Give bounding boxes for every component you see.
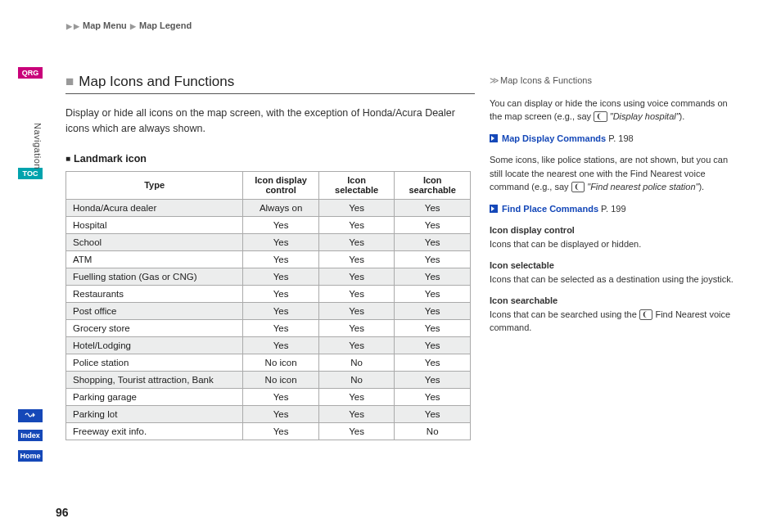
cell-searchable: Yes: [395, 285, 471, 302]
cell-display: No icon: [243, 354, 319, 371]
cell-selectable: Yes: [318, 388, 395, 405]
table-row: Police stationNo iconNoYes: [66, 354, 471, 371]
term-label: Icon selectable: [490, 259, 735, 273]
cell-selectable: Yes: [318, 268, 395, 285]
cell-type: Freeway exit info.: [66, 422, 243, 440]
table-row: Freeway exit info.YesYesNo: [66, 422, 471, 440]
table-row: HospitalYesYesYes: [66, 216, 471, 233]
cell-display: No icon: [243, 371, 319, 388]
cell-searchable: Yes: [395, 405, 471, 422]
cell-type: Restaurants: [66, 285, 243, 302]
cell-searchable: Yes: [395, 233, 471, 250]
tab-home[interactable]: Home: [18, 450, 43, 462]
cell-selectable: Yes: [318, 319, 395, 336]
aside-title-text: Map Icons & Functions: [500, 75, 592, 85]
cell-type: Fuelling station (Gas or CNG): [66, 268, 243, 285]
voice-command-icon: ❨: [639, 309, 653, 320]
cell-searchable: Yes: [395, 319, 471, 336]
cell-type: Shopping, Tourist attraction, Bank: [66, 371, 243, 388]
aside-definition: Icon display control Icons that can be d…: [490, 223, 735, 250]
breadcrumb-item[interactable]: Map Menu: [83, 20, 127, 30]
cell-selectable: No: [318, 354, 395, 371]
cell-selectable: Yes: [318, 233, 395, 250]
tab-qrg[interactable]: QRG: [18, 67, 43, 79]
table-row: Parking lotYesYesYes: [66, 405, 471, 422]
page-title-text: Map Icons and Functions: [79, 74, 234, 89]
table-row: Fuelling station (Gas or CNG)YesYesYes: [66, 268, 471, 285]
aside-crosslink[interactable]: Find Place Commands P. 199: [490, 202, 735, 216]
table-row: Grocery storeYesYesYes: [66, 319, 471, 336]
cell-type: Grocery store: [66, 319, 243, 336]
cell-display: Yes: [243, 285, 319, 302]
subheading-landmark: ■Landmark icon: [65, 153, 475, 165]
cell-display: Yes: [243, 405, 319, 422]
breadcrumb-arrow-icon: ▶: [74, 22, 79, 30]
cell-type: Parking garage: [66, 388, 243, 405]
tab-voice-icon[interactable]: [18, 409, 43, 422]
aside-title: ≫ Map Icons & Functions: [490, 74, 735, 88]
cell-selectable: Yes: [318, 216, 395, 233]
table-row: Honda/Acura dealerAlways onYesYes: [66, 199, 471, 216]
cell-selectable: Yes: [318, 250, 395, 268]
table-row: Shopping, Tourist attraction, BankNo ico…: [66, 371, 471, 388]
cell-display: Yes: [243, 216, 319, 233]
link-arrow-icon: [490, 205, 498, 213]
voice-command-icon: ❨: [571, 182, 585, 192]
cell-display: Yes: [243, 233, 319, 250]
table-row: Post officeYesYesYes: [66, 302, 471, 319]
cell-selectable: Yes: [318, 422, 395, 440]
cell-display: Always on: [243, 199, 319, 216]
link-find-place-commands[interactable]: Find Place Commands: [502, 204, 598, 214]
cell-display: Yes: [243, 250, 319, 268]
title-marker-icon: ■: [65, 74, 74, 89]
aside-definition: Icon searchable Icons that can be search…: [490, 294, 735, 335]
table-row: RestaurantsYesYesYes: [66, 285, 471, 302]
term-label: Icon display control: [490, 223, 735, 237]
term-desc: Icons that can be searched using the: [490, 309, 639, 319]
link-arrow-icon: [490, 134, 498, 142]
tab-toc[interactable]: TOC: [18, 168, 43, 179]
cell-searchable: Yes: [395, 371, 471, 388]
cell-searchable: Yes: [395, 388, 471, 405]
breadcrumb: ▶▶ Map Menu ▶ Map Legend: [65, 20, 192, 30]
cell-type: ATM: [66, 250, 243, 268]
aside-crosslink[interactable]: Map Display Commands P. 198: [490, 132, 735, 146]
cell-display: Yes: [243, 268, 319, 285]
intro-text: Display or hide all icons on the map scr…: [65, 106, 475, 137]
aside-notes: ≫ Map Icons & Functions You can display …: [490, 74, 735, 343]
cell-searchable: Yes: [395, 268, 471, 285]
table-row: Hotel/LodgingYesYesYes: [66, 336, 471, 354]
cell-type: School: [66, 233, 243, 250]
tab-index[interactable]: Index: [18, 430, 43, 441]
cell-display: Yes: [243, 319, 319, 336]
cell-type: Parking lot: [66, 405, 243, 422]
table-row: Parking garageYesYesYes: [66, 388, 471, 405]
table-header-row: Type Icon display control Icon selectabl…: [66, 171, 471, 199]
cell-searchable: No: [395, 422, 471, 440]
term-label: Icon searchable: [490, 294, 735, 308]
cell-type: Police station: [66, 354, 243, 371]
cell-searchable: Yes: [395, 336, 471, 354]
aside-paragraph: Some icons, like police stations, are no…: [490, 153, 735, 194]
cell-type: Hotel/Lodging: [66, 336, 243, 354]
cell-selectable: Yes: [318, 405, 395, 422]
voice-command-icon: ❨: [594, 111, 607, 122]
breadcrumb-arrow-icon: ▶: [66, 22, 72, 30]
breadcrumb-item[interactable]: Map Legend: [139, 20, 192, 30]
term-desc: Icons that can be displayed or hidden.: [490, 239, 641, 249]
col-display: Icon display control: [243, 171, 319, 199]
cell-selectable: Yes: [318, 302, 395, 319]
table-row: SchoolYesYesYes: [66, 233, 471, 250]
cell-selectable: Yes: [318, 285, 395, 302]
aside-paragraph: You can display or hide the icons using …: [490, 97, 735, 124]
main-content: ■Map Icons and Functions Display or hide…: [65, 74, 475, 440]
section-label-vertical: Navigation: [33, 123, 43, 169]
col-searchable: Icon searchable: [395, 171, 471, 199]
cell-searchable: Yes: [395, 250, 471, 268]
page-title: ■Map Icons and Functions: [65, 74, 475, 94]
landmark-icon-table: Type Icon display control Icon selectabl…: [65, 171, 471, 440]
cell-type: Post office: [66, 302, 243, 319]
page-number: 96: [56, 506, 69, 519]
term-desc: Icons that can be selected as a destinat…: [490, 274, 734, 284]
link-map-display-commands[interactable]: Map Display Commands: [502, 133, 606, 143]
